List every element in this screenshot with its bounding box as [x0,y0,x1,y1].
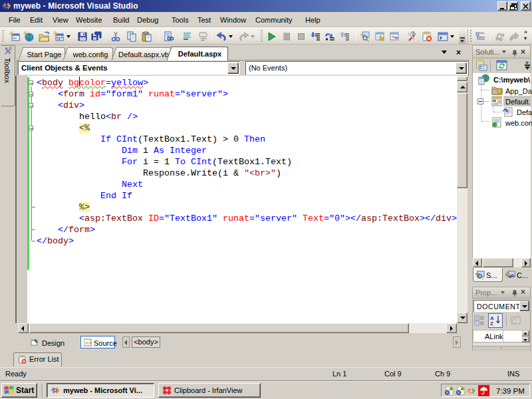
svg-text:Z: Z [490,321,493,326]
svg-text:<>: <> [85,340,92,346]
